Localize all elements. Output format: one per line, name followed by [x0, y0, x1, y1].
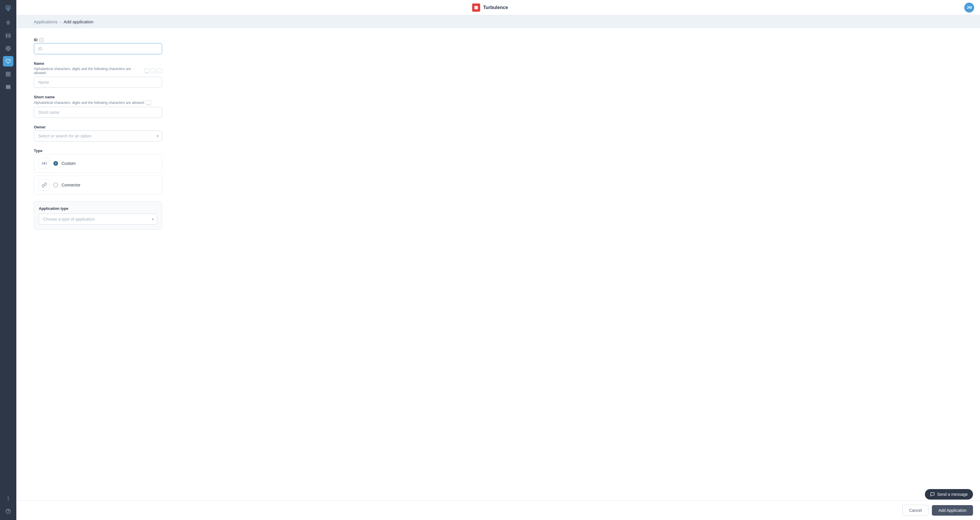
type-option-custom[interactable]: Custom — [34, 154, 162, 173]
custom-label: Custom — [62, 161, 76, 166]
connector-radio[interactable] — [53, 183, 58, 187]
topbar: Turbulence JM — [16, 0, 980, 15]
short-name-input[interactable] — [34, 107, 162, 118]
sidebar — [0, 0, 16, 520]
app-title: Turbulence — [483, 5, 508, 10]
custom-radio[interactable] — [53, 161, 58, 166]
sidebar-item-apps[interactable] — [3, 56, 13, 67]
sidebar-item-grid[interactable] — [3, 69, 13, 80]
type-label: Type — [34, 148, 162, 153]
svg-point-15 — [8, 500, 8, 501]
name-input[interactable] — [34, 77, 162, 88]
sidebar-item-more[interactable] — [3, 493, 13, 504]
type-option-connector[interactable]: Connector — [34, 175, 162, 195]
name-char-hyphen: - — [151, 69, 156, 73]
short-name-char-underscore: _ — [146, 100, 151, 105]
owner-label: Owner — [34, 125, 162, 129]
application-type-box: Application type Choose a type of applic… — [34, 201, 162, 230]
svg-rect-8 — [6, 75, 8, 76]
short-name-field: Short name Alphabetical characters, digi… — [34, 95, 162, 118]
cancel-button[interactable]: Cancel — [902, 505, 929, 516]
sidebar-item-target[interactable] — [3, 43, 13, 54]
owner-field: Owner Select or search for an option ▾ — [34, 125, 162, 142]
app-type-select[interactable]: Choose a type of application — [39, 214, 157, 225]
svg-rect-9 — [9, 75, 10, 76]
id-info-icon[interactable]: i — [40, 38, 43, 42]
sidebar-item-list[interactable] — [3, 82, 13, 92]
connector-type-icon — [39, 179, 50, 191]
connector-label: Connector — [62, 183, 81, 187]
short-name-label: Short name — [34, 95, 162, 99]
custom-type-icon — [39, 158, 50, 169]
breadcrumb: Applications › Add application — [16, 15, 980, 28]
user-avatar[interactable]: JM — [964, 3, 974, 13]
app-type-label: Application type — [39, 206, 157, 211]
sidebar-logo[interactable] — [3, 3, 13, 13]
svg-rect-6 — [6, 72, 8, 73]
short-name-hint: Alphabetical characters, digits and the … — [34, 100, 162, 105]
svg-rect-19 — [474, 6, 478, 10]
topbar-brand: Turbulence — [472, 3, 508, 12]
id-field: ID i — [34, 38, 162, 54]
name-char-underscore: _ — [144, 69, 150, 73]
owner-select-wrapper: Select or search for an option ▾ — [34, 131, 162, 142]
name-char-dot: . — [157, 69, 162, 73]
send-message-button[interactable]: Send a message — [925, 489, 973, 499]
breadcrumb-separator: › — [60, 19, 61, 24]
svg-point-13 — [8, 497, 8, 497]
breadcrumb-current: Add application — [64, 19, 94, 24]
main-area: Turbulence JM Applications › Add applica… — [16, 0, 980, 520]
owner-select[interactable]: Select or search for an option — [34, 131, 162, 142]
action-bar: Cancel Add Application — [16, 501, 980, 520]
sidebar-item-home[interactable] — [3, 18, 13, 28]
svg-rect-10 — [6, 85, 10, 86]
page-content: ID i Name Alphabetical characters, digit… — [16, 28, 980, 520]
add-application-button[interactable]: Add Application — [932, 505, 973, 516]
breadcrumb-parent[interactable]: Applications — [34, 19, 57, 24]
svg-point-14 — [8, 498, 8, 499]
svg-rect-11 — [6, 87, 10, 88]
name-field: Name Alphabetical characters, digits and… — [34, 61, 162, 88]
name-label: Name — [34, 61, 162, 65]
name-hint: Alphabetical characters, digits and the … — [34, 67, 162, 75]
svg-rect-12 — [6, 88, 10, 89]
id-label: ID i — [34, 38, 162, 42]
id-input[interactable] — [34, 43, 162, 54]
svg-point-21 — [44, 163, 45, 164]
type-options: Custom Connector — [34, 154, 162, 195]
sidebar-item-help[interactable] — [3, 506, 13, 517]
add-application-form: ID i Name Alphabetical characters, digit… — [34, 38, 162, 230]
sidebar-item-transfer[interactable] — [3, 30, 13, 41]
svg-rect-7 — [9, 72, 10, 73]
app-type-select-wrapper: Choose a type of application ▾ — [39, 214, 157, 225]
svg-point-1 — [7, 48, 9, 49]
type-field: Type Custom Connector — [34, 148, 162, 195]
send-message-label: Send a message — [937, 492, 968, 497]
